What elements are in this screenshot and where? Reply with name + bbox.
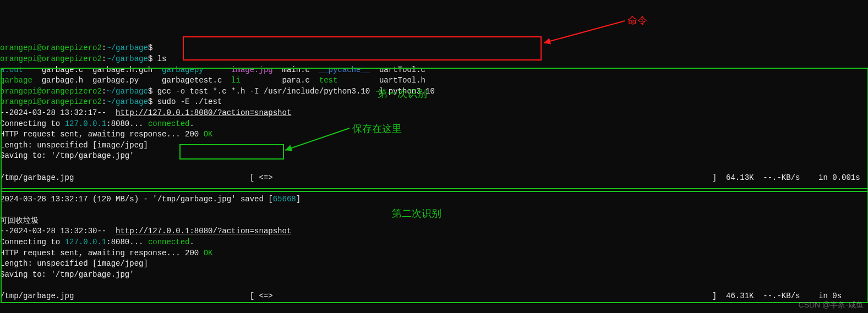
http-line: HTTP request sent, awaiting response... … <box>0 248 868 259</box>
file: a.out <box>0 65 42 74</box>
annotation-label-save: 保存在这里 <box>352 122 402 136</box>
saved-path: '/tmp/garbage.jpg' <box>152 195 236 204</box>
wget-ts: --2024-03-28 13:32:30-- http://127.0.0.1… <box>0 226 868 237</box>
saved-line: 2024-03-28 13:32:17 (120 MB/s) - '/tmp/g… <box>0 194 868 205</box>
classification-result: 可回收垃圾 <box>0 216 39 225</box>
prompt-line: orangepi@orangepizero2:~/garbage$ ls <box>0 54 868 65</box>
dir: __pycache__ <box>319 65 379 74</box>
length-line: Length: unspecified [image/jpeg] <box>0 259 868 270</box>
file: main.c <box>282 65 319 74</box>
ls-row: garbage garbage.h garbage.py garbagetest… <box>0 75 868 86</box>
file: garbage.c <box>42 65 92 74</box>
arrow-red-icon <box>539 17 627 47</box>
blank <box>0 302 868 313</box>
ls-row: a.out garbage.c garbage.h.gch garbagepy … <box>0 65 868 76</box>
sudo-command: orangepi@orangepizero2:~/garbage$ sudo -… <box>0 97 868 108</box>
saving-line: Saving to: '/tmp/garbage.jpg' <box>0 270 868 281</box>
connect-line: Connecting to 127.0.0.1:8080... connecte… <box>0 119 868 130</box>
blank <box>0 162 868 173</box>
blank <box>0 183 868 194</box>
annotation-label-cmd: 命令 <box>627 14 647 28</box>
prompt-line: orangepi@orangepizero2:~/garbage$ <box>0 43 868 54</box>
file: uartTool.c <box>379 65 425 74</box>
file: para.c <box>282 76 319 85</box>
file: uartTool.h <box>379 76 425 85</box>
wget-ts: --2024-03-28 13:32:17-- http://127.0.0.1… <box>0 108 868 119</box>
connect-line: Connecting to 127.0.0.1:8080... connecte… <box>0 237 868 248</box>
file: garbagepy <box>162 65 231 74</box>
exe: li <box>231 76 282 85</box>
progress-line: /tmp/garbage.jpg [ <=> ] 64.13K --.-KB/s… <box>0 173 868 184</box>
file: garbage.py <box>92 76 162 85</box>
watermark: CSDN @半条-咸鱼 <box>799 300 864 311</box>
annotation-label-second: 第二次识别 <box>392 207 441 221</box>
svg-line-0 <box>544 21 625 43</box>
gcc-command: orangepi@orangepizero2:~/garbage$ gcc -o… <box>0 86 868 97</box>
file: garbagetest.c <box>162 76 231 85</box>
annotation-label-first: 第一次识别 <box>378 87 427 101</box>
saving-line: Saving to: '/tmp/garbage.jpg' <box>0 151 868 162</box>
url: http://127.0.0.1:8080/?action=snapshot <box>116 227 291 235</box>
ls-command: ls <box>157 54 167 63</box>
http-line: HTTP request sent, awaiting response... … <box>0 129 868 140</box>
exe: test <box>319 76 379 85</box>
terminal-output: orangepi@orangepizero2:~/garbage$orangep… <box>0 43 868 313</box>
url: http://127.0.0.1:8080/?action=snapshot <box>116 108 291 117</box>
file: garbage.h.gch <box>92 65 162 74</box>
exe: garbage <box>0 76 42 85</box>
progress-line: /tmp/garbage.jpg [ <=> ] 46.31K --.-KB/s… <box>0 291 868 302</box>
file: garbage.h <box>42 76 92 85</box>
blank <box>0 280 868 291</box>
length-line: Length: unspecified [image/jpeg] <box>0 140 868 151</box>
file: image.jpg <box>231 65 282 74</box>
